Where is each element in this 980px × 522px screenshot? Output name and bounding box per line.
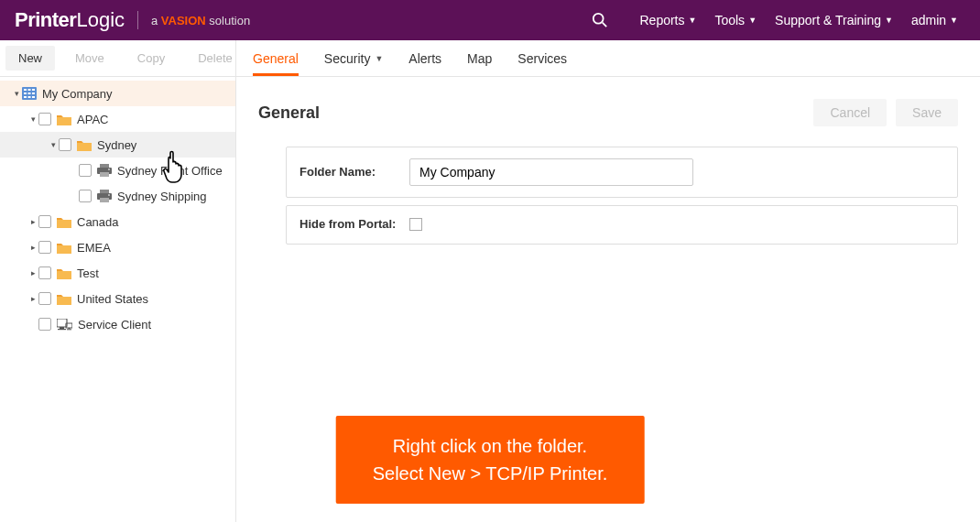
tree-item-us[interactable]: ▸ United States [0, 286, 235, 311]
printer-icon [97, 190, 112, 202]
nav-admin[interactable]: admin▼ [911, 13, 958, 27]
tag-brand: VASION [161, 14, 206, 27]
tree-root[interactable]: ▾ My Company [0, 81, 235, 106]
panel-title: General [258, 103, 320, 123]
tree-item-label: United States [77, 292, 148, 306]
tree-item-label: APAC [77, 113, 108, 126]
hide-from-portal-label: Hide from Portal: [299, 217, 409, 233]
caret-down-icon: ▼ [950, 16, 958, 25]
tabs: General Security▼ Alerts Map Services [236, 40, 567, 76]
tree-item-sydney-front[interactable]: Sydney Front Office [0, 158, 235, 183]
expand-icon[interactable]: ▸ [27, 217, 38, 226]
new-button[interactable]: New [5, 46, 55, 71]
folder-icon [77, 139, 92, 151]
search-icon[interactable] [592, 12, 608, 28]
tree-item-emea[interactable]: ▸ EMEA [0, 234, 235, 260]
tree-item-sydney-shipping[interactable]: Sydney Shipping [0, 183, 235, 209]
sidebar-tree: ▾ My Company ▾ APAC ▾ Sydney Sydney Fron… [0, 77, 236, 522]
tab-security-label: Security [324, 51, 371, 66]
tab-map[interactable]: Map [467, 40, 492, 76]
tree-item-label: Test [77, 266, 99, 280]
tag-suffix: solution [206, 14, 250, 27]
checkbox[interactable] [38, 113, 51, 125]
checkbox[interactable] [59, 138, 71, 151]
tree-root-label: My Company [42, 87, 113, 101]
tree-item-label: EMEA [77, 241, 111, 255]
tab-security[interactable]: Security▼ [324, 40, 384, 76]
instruction-line-1: Right click on the folder. [373, 432, 608, 460]
sidebar-toolbar: New Move Copy Delete [0, 40, 236, 76]
tree-item-label: Sydney [97, 138, 136, 152]
expand-icon[interactable]: ▸ [27, 268, 38, 277]
folder-icon [57, 216, 71, 228]
logo-divider [137, 11, 138, 29]
nav-admin-label: admin [911, 13, 946, 27]
tree-item-label: Sydney Shipping [117, 190, 207, 203]
checkbox[interactable] [38, 215, 51, 228]
panel-header: General Cancel Save [258, 99, 958, 126]
hide-from-portal-checkbox[interactable] [409, 218, 422, 231]
expand-icon[interactable]: ▸ [27, 294, 38, 303]
tag-prefix: a [151, 14, 161, 27]
cancel-button[interactable]: Cancel [813, 99, 887, 126]
service-client-icon [57, 319, 72, 331]
checkbox[interactable] [79, 190, 92, 202]
instruction-line-2: Select New > TCP/IP Printer. [373, 460, 608, 487]
expand-icon[interactable]: ▸ [27, 243, 38, 252]
org-icon [22, 87, 37, 100]
folder-icon [57, 293, 71, 305]
tab-general[interactable]: General [253, 40, 299, 76]
chevron-down-icon: ▼ [375, 54, 383, 63]
tree-item-label: Sydney Front Office [117, 164, 223, 178]
save-button[interactable]: Save [896, 99, 958, 126]
nav-tools-label: Tools [714, 13, 745, 27]
svg-point-20 [593, 14, 604, 24]
printer-icon [97, 164, 112, 177]
tree-item-label: Canada [77, 215, 119, 229]
tree-item-sydney[interactable]: ▾ Sydney [0, 132, 235, 158]
folder-name-label: Folder Name: [299, 165, 409, 180]
caret-down-icon: ▼ [689, 16, 697, 25]
folder-icon [57, 267, 71, 279]
nav-reports-label: Reports [639, 13, 684, 27]
collapse-icon[interactable]: ▾ [27, 114, 38, 124]
svg-line-21 [603, 23, 607, 27]
folder-name-input[interactable] [409, 158, 693, 186]
collapse-icon[interactable]: ▾ [11, 89, 22, 98]
tree-item-canada[interactable]: ▸ Canada [0, 209, 235, 234]
instruction-overlay: Right click on the folder. Select New > … [336, 416, 645, 504]
logo-part-1: Printer [15, 8, 76, 32]
nav-support[interactable]: Support & Training▼ [775, 13, 893, 27]
caret-down-icon: ▼ [748, 16, 757, 25]
move-button[interactable]: Move [62, 46, 117, 71]
checkbox[interactable] [38, 266, 51, 279]
copy-button[interactable]: Copy [125, 46, 178, 71]
logo-part-2: Logic [76, 8, 125, 32]
checkbox[interactable] [38, 318, 51, 331]
tree-spacer: ▸ [27, 320, 38, 329]
nav-tools[interactable]: Tools▼ [714, 13, 757, 27]
checkbox[interactable] [38, 241, 51, 254]
tagline: a VASION solution [151, 14, 250, 27]
tab-services[interactable]: Services [517, 40, 567, 76]
caret-down-icon: ▼ [885, 16, 893, 25]
checkbox[interactable] [79, 164, 92, 177]
app-header: PrinterLogic a VASION solution Reports▼ … [0, 0, 980, 40]
nav-reports[interactable]: Reports▼ [639, 13, 696, 27]
collapse-icon[interactable]: ▾ [48, 140, 59, 149]
nav-support-label: Support & Training [775, 13, 881, 27]
toolbar: New Move Copy Delete General Security▼ A… [0, 40, 980, 77]
tree-item-apac[interactable]: ▾ APAC [0, 106, 235, 132]
folder-icon [57, 242, 71, 254]
tree-item-service-client[interactable]: ▸ Service Client [0, 311, 235, 337]
checkbox[interactable] [38, 292, 51, 305]
tab-alerts[interactable]: Alerts [408, 40, 441, 76]
tree-item-test[interactable]: ▸ Test [0, 260, 235, 286]
folder-icon [57, 114, 71, 125]
tree-item-label: Service Client [78, 318, 151, 332]
hide-from-portal-group: Hide from Portal: [286, 205, 958, 245]
folder-name-group: Folder Name: [286, 147, 958, 198]
